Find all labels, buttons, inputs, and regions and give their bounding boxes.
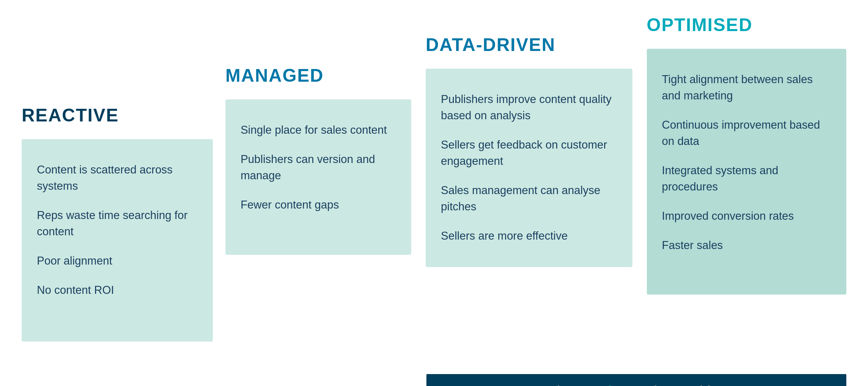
title-datadriven: DATA-DRIVEN: [426, 34, 632, 60]
column-reactive: REACTIVE Content is scattered across sys…: [22, 14, 213, 342]
column-optimised: OPTIMISED Tight alignment between sales …: [647, 14, 846, 295]
datadriven-item-1: Publishers improve content quality based…: [441, 85, 617, 130]
optimised-item-2: Continuous improvement based on data: [662, 111, 831, 156]
title-optimised: OPTIMISED: [647, 14, 846, 40]
optimised-item-4: Improved conversion rates: [662, 202, 831, 231]
card-managed: Single place for sales content Publisher…: [225, 99, 411, 255]
optimised-item-5: Faster sales: [662, 231, 831, 260]
title-managed: MANAGED: [225, 65, 411, 90]
datadriven-item-2: Sellers get feedback on customer engagem…: [441, 130, 617, 176]
reactive-item-3: Poor alignment: [37, 246, 198, 276]
optimised-item-3: Integrated systems and procedures: [662, 156, 831, 202]
datadriven-item-3: Sales management can analyse pitches: [441, 176, 617, 222]
card-optimised: Tight alignment between sales and market…: [647, 49, 846, 295]
title-reactive: REACTIVE: [22, 105, 213, 130]
column-datadriven: DATA-DRIVEN Publishers improve content q…: [426, 14, 632, 267]
reactive-item-2: Reps waste time searching for content: [37, 201, 198, 246]
requires-modern-banner: Requires modern Sales Enablement: [426, 374, 846, 386]
main-container: REACTIVE Content is scattered across sys…: [0, 0, 868, 386]
column-managed: MANAGED Single place for sales content P…: [225, 14, 411, 255]
card-datadriven: Publishers improve content quality based…: [426, 69, 632, 267]
reactive-item-4: No content ROI: [37, 276, 198, 305]
datadriven-item-4: Sellers are more effective: [441, 222, 617, 251]
banner-row: Requires modern Sales Enablement: [22, 374, 846, 386]
card-reactive: Content is scattered across systems Reps…: [22, 139, 213, 342]
managed-item-2: Publishers can version and manage: [241, 145, 396, 190]
managed-item-3: Fewer content gaps: [241, 190, 396, 220]
optimised-item-1: Tight alignment between sales and market…: [662, 65, 831, 111]
reactive-item-1: Content is scattered across systems: [37, 155, 198, 201]
managed-item-1: Single place for sales content: [241, 116, 396, 145]
